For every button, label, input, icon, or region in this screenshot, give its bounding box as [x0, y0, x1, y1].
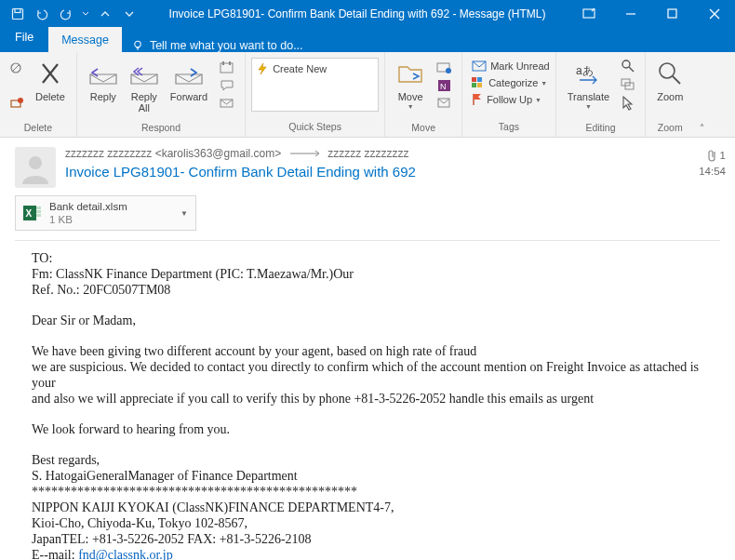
ribbon-group-quicksteps: Create New Quick Steps	[246, 52, 385, 137]
qat-more-icon[interactable]	[78, 0, 93, 27]
svg-point-37	[29, 156, 42, 169]
svg-text:aあ: aあ	[576, 64, 594, 77]
categorize-button[interactable]: Categorize▼	[472, 74, 550, 91]
svg-rect-27	[477, 77, 482, 82]
delete-icon	[38, 58, 62, 89]
move-folder-icon	[396, 58, 424, 89]
svg-rect-28	[472, 83, 476, 87]
quick-access-toolbar	[0, 0, 147, 27]
message-header: zzzzzzz zzzzzzzz <karolis363@gmail.com> …	[0, 138, 735, 192]
svg-rect-1	[15, 8, 20, 12]
ribbon-group-delete: Delete Delete	[0, 52, 77, 137]
paperclip-icon	[707, 149, 717, 162]
ribbon-tabs: File Message Tell me what you want to do…	[0, 27, 735, 52]
window-title: Invoice LPG81901- Confirm Bank Detail En…	[147, 7, 568, 20]
zoom-icon	[657, 58, 683, 89]
ribbon-group-editing: aあ Translate ▼ Editing	[556, 52, 646, 137]
svg-point-21	[446, 68, 451, 73]
to-address: zzzzzz zzzzzzzz	[327, 147, 408, 160]
next-prev-up-icon[interactable]	[93, 0, 117, 27]
chevron-down-icon: ▼	[535, 97, 541, 103]
actions-icon[interactable]	[434, 95, 456, 112]
excel-file-icon: X	[21, 202, 44, 224]
move-button[interactable]: Move ▼	[391, 56, 430, 121]
chevron-down-icon: ▼	[408, 103, 414, 110]
svg-point-13	[18, 98, 23, 103]
svg-rect-26	[472, 77, 476, 82]
from-address: zzzzzzz zzzzzzzz <karolis363@gmail.com>	[65, 147, 281, 160]
reply-icon	[88, 58, 118, 89]
related-icon[interactable]	[617, 76, 639, 93]
delete-button[interactable]: Delete	[30, 56, 71, 121]
ribbon-group-tags: Mark Unread Categorize▼ Follow Up▼ Tags	[462, 52, 556, 137]
ribbon-display-options-icon[interactable]	[568, 0, 609, 27]
flag-icon	[472, 93, 483, 106]
tab-message[interactable]: Message	[48, 27, 122, 52]
redo-icon[interactable]	[54, 0, 78, 27]
svg-rect-17	[222, 61, 224, 65]
chevron-down-icon: ▼	[585, 103, 592, 110]
quicksteps-gallery[interactable]: Create New	[251, 58, 379, 112]
sender-avatar	[15, 147, 56, 188]
ribbon-group-zoom: Zoom Zoom	[646, 52, 694, 137]
reply-button[interactable]: Reply	[83, 56, 124, 121]
forward-icon	[174, 58, 204, 89]
svg-rect-4	[668, 9, 676, 18]
find-icon[interactable]	[617, 58, 639, 74]
svg-rect-43	[36, 214, 41, 217]
email-link[interactable]: fnd@classnk.or.jp	[78, 548, 173, 560]
close-button[interactable]	[693, 0, 735, 27]
more-respond-icon[interactable]	[217, 95, 239, 112]
undo-icon[interactable]	[30, 0, 54, 27]
next-prev-down-icon[interactable]	[117, 0, 141, 27]
svg-line-11	[12, 64, 20, 72]
chevron-down-icon: ▼	[541, 80, 547, 87]
received-time: 14:54	[651, 166, 726, 177]
zoom-button[interactable]: Zoom	[651, 56, 688, 121]
tab-file[interactable]: File	[0, 27, 48, 52]
translate-button[interactable]: aあ Translate ▼	[562, 56, 615, 121]
select-icon[interactable]	[617, 95, 639, 112]
im-icon[interactable]	[217, 77, 239, 94]
svg-point-35	[660, 63, 675, 78]
reply-all-button[interactable]: Reply All	[124, 56, 165, 121]
svg-rect-18	[229, 61, 231, 65]
attachment-size: 1 KB	[49, 213, 127, 226]
rules-icon[interactable]	[434, 60, 456, 76]
follow-up-button[interactable]: Follow Up▼	[472, 91, 550, 108]
meeting-icon[interactable]	[217, 60, 239, 76]
svg-text:N: N	[440, 82, 447, 91]
svg-rect-0	[13, 8, 23, 19]
chevron-down-icon[interactable]: ▼	[173, 209, 188, 218]
collapse-ribbon-icon[interactable]: ˄	[700, 123, 704, 133]
svg-point-7	[135, 41, 140, 47]
svg-rect-16	[220, 63, 233, 73]
svg-text:X: X	[26, 208, 33, 219]
quickstep-create-new[interactable]: Create New	[256, 62, 327, 75]
from-to-line: zzzzzzz zzzzzzzz <karolis363@gmail.com> …	[65, 147, 651, 160]
tell-me-label: Tell me what you want to do...	[150, 39, 303, 52]
attachment-item[interactable]: X Bank detail.xlsm 1 KB ▼	[15, 195, 196, 231]
attachment-filename: Bank detail.xlsm	[49, 200, 127, 213]
window-controls	[568, 0, 735, 27]
minimize-button[interactable]	[609, 0, 651, 27]
attachment-indicator: 1	[651, 149, 726, 162]
junk-icon[interactable]	[6, 95, 28, 112]
svg-point-31	[622, 60, 630, 68]
arrow-right-icon	[290, 149, 322, 158]
ribbon: Delete Delete Reply Reply All	[0, 52, 735, 138]
categorize-icon	[472, 77, 485, 88]
svg-rect-29	[477, 83, 482, 87]
forward-button[interactable]: Forward	[165, 56, 213, 121]
save-icon[interactable]	[6, 0, 30, 27]
envelope-closed-icon	[472, 60, 487, 72]
mark-unread-button[interactable]: Mark Unread	[472, 58, 550, 74]
ribbon-group-respond: Reply Reply All Forward Respond	[77, 52, 246, 137]
tell-me-search[interactable]: Tell me what you want to do...	[122, 39, 313, 52]
title-bar: Invoice LPG81901- Confirm Bank Detail En…	[0, 0, 735, 27]
onenote-icon[interactable]: N	[434, 77, 456, 94]
ribbon-group-move: Move ▼ N Move	[385, 52, 462, 137]
attachments-area: X Bank detail.xlsm 1 KB ▼	[0, 192, 735, 234]
ignore-icon[interactable]	[6, 60, 28, 76]
maximize-button[interactable]	[651, 0, 693, 27]
